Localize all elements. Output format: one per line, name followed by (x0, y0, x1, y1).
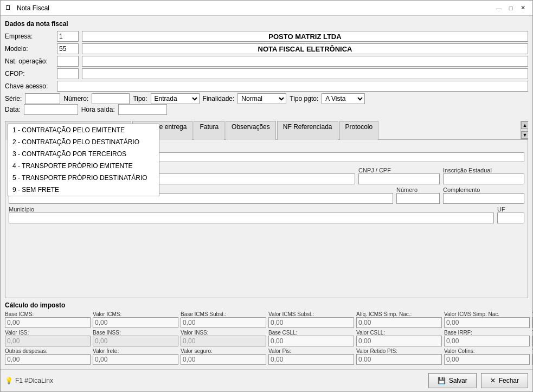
base-icms-input[interactable] (5, 317, 91, 328)
data-label: Data: (5, 106, 21, 113)
calc-valor-iss: Valor ISS: (5, 330, 91, 346)
scroll-down-btn[interactable]: ▼ (521, 131, 528, 139)
window-title: Nota Fiscal (17, 4, 493, 12)
cfop-input-code[interactable] (57, 68, 79, 79)
calc-valor-frete: Valor frete: (93, 348, 178, 365)
valor-cofins-label: Valor Cofins: (444, 348, 530, 354)
complemento-input[interactable] (443, 193, 524, 204)
base-irrf-input[interactable] (444, 336, 530, 346)
tab-protocolo[interactable]: Protocolo (339, 121, 379, 140)
complemento-col: Complemento (443, 187, 524, 204)
calc-row-3: Outras despesas: Valor frete: Valor segu… (5, 348, 528, 365)
valor-csll-input[interactable] (356, 336, 442, 346)
maximize-button[interactable]: □ (505, 3, 516, 14)
valor-icms-input[interactable] (93, 317, 178, 328)
valor-irrf-input[interactable] (532, 336, 532, 346)
complemento-label: Complemento (443, 187, 524, 193)
tipo-pgto-select[interactable]: A Vista A Prazo (322, 93, 365, 104)
dropdown-item-5[interactable]: 5 - TRANSPORTE PRÓPRIO DESTINATÁRIO (8, 172, 159, 184)
inscricao-col: Inscrição Estadual (443, 167, 524, 184)
tab-fatura[interactable]: Fatura (194, 121, 224, 140)
valor-iss-input[interactable] (5, 336, 91, 346)
close-icon: ✕ (490, 377, 496, 384)
cfop-row: CFOP: (5, 68, 528, 79)
valor-icms-simp-input[interactable] (444, 317, 530, 328)
outras-desp-input[interactable] (5, 354, 91, 365)
data-hora-row: Data: Hora saída: (5, 104, 528, 115)
hora-saida-input[interactable] (118, 104, 167, 115)
dropdown-item-3[interactable]: 3 - CONTRATAÇÃO POR TERCEIROS (8, 148, 159, 160)
calc-valor-icms-simp: Valor ICMS Simp. Nac. (444, 311, 530, 328)
calc-aliq-icms: Alíq. ICMS Simp. Nac.: (356, 311, 442, 328)
valor-seguro-input[interactable] (181, 354, 266, 365)
valor-retido-pis-label: Valor Retido PIS: (356, 348, 442, 354)
nat-op-input-code[interactable] (57, 56, 79, 67)
aliq-icms-label: Alíq. ICMS Simp. Nac.: (356, 311, 442, 317)
inscricao-input[interactable] (443, 173, 524, 184)
valor-icms-subst-input[interactable] (268, 317, 354, 328)
calc-base-icms-subst: Base ICMS Subst.: (181, 311, 266, 328)
dropdown-item-1[interactable]: 1 - CONTRATAÇÃO PELO EMITENTE (8, 124, 159, 136)
cnpj-col: CNPJ / CPF (358, 167, 440, 184)
empresa-name: POSTO MATRIZ LTDA (82, 31, 528, 42)
minimize-button[interactable]: — (493, 3, 504, 14)
tab-observacoes[interactable]: Observações (226, 121, 276, 140)
valor-pis-input[interactable] (268, 354, 354, 365)
base-icms-subst-input[interactable] (181, 317, 266, 328)
chave-input[interactable] (57, 81, 528, 92)
valor-pis-label: Valor Pis: (268, 348, 354, 354)
tipo-select[interactable]: Entrada Saída (151, 93, 200, 104)
tab-nf-referenciada[interactable]: NF Referenciada (277, 121, 338, 140)
cnpj-input[interactable] (358, 173, 440, 184)
numero-input[interactable] (396, 193, 440, 204)
valor-inss-input[interactable] (181, 336, 266, 346)
dropdown-item-9[interactable]: 9 - SEM FRETE (8, 184, 159, 196)
aliq-icms-input[interactable] (356, 317, 442, 328)
base-inss-input[interactable] (93, 336, 178, 346)
valor-iss-label: Valor ISS: (5, 330, 91, 336)
municipio-input[interactable] (9, 213, 494, 223)
valor-retido-cofins-input[interactable] (532, 354, 532, 365)
valor-cofins-input[interactable] (444, 354, 530, 365)
calc-valor-inss: Valor INSS: (181, 330, 266, 346)
serie-input[interactable] (25, 93, 60, 104)
base-csll-input[interactable] (268, 336, 354, 346)
scroll-up-btn[interactable]: ▲ (521, 121, 528, 129)
finalidade-select[interactable]: Normal Complementar Ajuste (237, 93, 286, 104)
empresa-input[interactable] (57, 31, 79, 42)
empresa-row: Empresa: POSTO MATRIZ LTDA (5, 31, 528, 42)
numero-input[interactable] (92, 93, 130, 104)
base-csll-label: Base CSLL: (268, 330, 354, 336)
window-icon: 🗒 (5, 4, 14, 12)
valor-icms-simp-label: Valor ICMS Simp. Nac. (444, 311, 530, 317)
calc-valor-retido-cofins: Valor Retido Cofins: (532, 348, 532, 365)
footer-buttons: 💾 Salvar ✕ Fechar (428, 373, 528, 388)
save-icon: 💾 (438, 377, 446, 384)
tab-scrollbar[interactable]: ▲ ▼ (521, 121, 528, 139)
close-button-footer[interactable]: ✕ Fechar (481, 373, 528, 388)
valor-retido-cofins-label: Valor Retido Cofins: (532, 348, 532, 354)
title-bar-controls: — □ ✕ (493, 3, 528, 14)
save-button[interactable]: 💾 Salvar (428, 373, 477, 388)
modelo-input[interactable] (57, 43, 79, 54)
valor-frete-label: Valor frete: (93, 348, 178, 354)
base-irrf-label: Base IRRF: (444, 330, 530, 336)
hint-text: F1 #DicaLinx (15, 377, 53, 384)
uf-addr-input[interactable] (497, 213, 524, 223)
modelo-label: Modelo: (5, 45, 54, 53)
finalidade-label: Finalidade: (203, 95, 235, 102)
dropdown-item-4[interactable]: 4 - TRANSPORTE PRÓPRIO EMITENTE (8, 160, 159, 172)
valor-ipi-input[interactable] (532, 317, 532, 328)
nat-op-label: Nat. operação: (5, 57, 54, 65)
nat-op-input-desc[interactable] (82, 56, 528, 67)
dropdown-item-2[interactable]: 2 - CONTRATAÇÃO PELO DESTINATÁRIO (8, 136, 159, 148)
base-icms-subst-label: Base ICMS Subst.: (181, 311, 266, 317)
serie-row: Série: Número: Tipo: Entrada Saída Final… (5, 93, 528, 104)
cfop-input-desc[interactable] (82, 68, 528, 79)
valor-frete-input[interactable] (93, 354, 178, 365)
calc-base-csll: Base CSLL: (268, 330, 354, 346)
valor-retido-pis-input[interactable] (356, 354, 442, 365)
data-input[interactable] (24, 104, 78, 115)
cnpj-label: CNPJ / CPF (358, 167, 440, 173)
close-button[interactable]: ✕ (517, 3, 528, 14)
